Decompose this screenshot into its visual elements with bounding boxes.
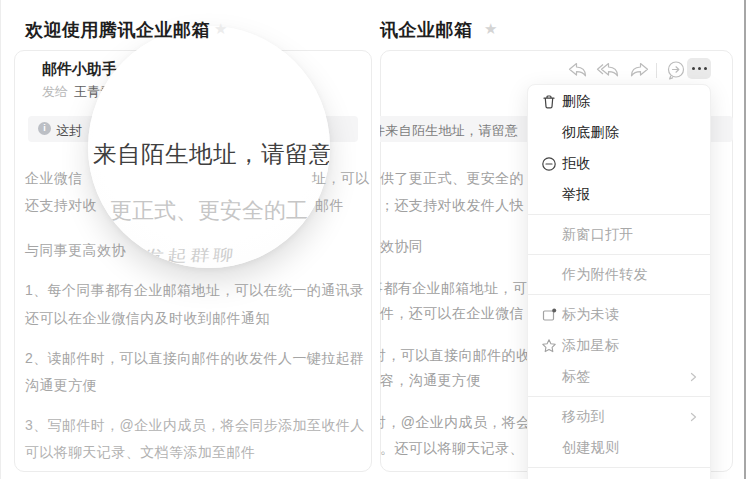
menu-item-move-to[interactable]: 移动到 (528, 401, 710, 432)
to-label: 发给 (42, 84, 68, 99)
magnifier-lens: 来自陌生地址，请留意 更正式、更安全的工 发起群聊 (88, 26, 330, 268)
body-text: 2、读邮件时，可以直接向邮件的收发件人一键拉起群 (25, 351, 364, 366)
menu-item-open-new-window[interactable]: 新窗口打开 (528, 219, 710, 250)
share-to-chat-icon[interactable] (664, 59, 688, 81)
menu-separator (528, 214, 710, 215)
body-text: 效协同 (380, 239, 423, 254)
body-text: 可以将聊天记录、文档等添加至邮件 (25, 445, 255, 460)
menu-separator (528, 396, 710, 397)
body-text: ；还支持对收发件人快 (380, 198, 524, 213)
right-pane-title: 讯企业邮箱 (380, 20, 473, 40)
context-menu: 删除 彻底删除 拒收 举报 新窗口打开 作为附件转发 标为未读 (527, 84, 711, 479)
menu-item-label[interactable]: 标签 (528, 361, 710, 392)
menu-item-delete[interactable]: 删除 (528, 86, 710, 117)
sender-name: 邮件小助手 (42, 60, 117, 79)
star-toggle-icon[interactable]: ★ (484, 21, 497, 37)
star-toggle-icon[interactable]: ★ (214, 21, 227, 37)
left-pane-title: 欢迎使用腾讯企业邮箱 (25, 20, 210, 40)
menu-item-add-star[interactable]: 添加星标 (528, 330, 710, 361)
menu-item-forward-as-attachment[interactable]: 作为附件转发 (528, 259, 710, 290)
menu-item-report[interactable]: 举报 (528, 179, 710, 210)
warning-text: 这封 (56, 122, 82, 140)
body-text: 。还可以将聊天记录、 (380, 441, 524, 456)
menu-item-delete-forever[interactable]: 彻底删除 (528, 117, 710, 148)
lens-headline-text: 来自陌生地址，请留意 (93, 138, 330, 170)
body-text: 沟通更方便 (25, 378, 97, 393)
body-text: 事都有企业邮箱地址，可 (380, 279, 550, 295)
minus-circle-icon (541, 156, 562, 172)
menu-item-reject[interactable]: 拒收 (528, 148, 710, 179)
body-text: 址，可以 (312, 171, 370, 186)
body-text: 件，还可以在企业微信 (380, 306, 524, 321)
reply-all-icon[interactable] (595, 60, 621, 80)
menu-separator (528, 254, 710, 255)
chevron-right-icon (688, 372, 698, 382)
chevron-right-icon (688, 412, 698, 422)
menu-item-translate[interactable]: 全文翻译 (528, 472, 710, 479)
forward-icon[interactable] (627, 60, 651, 80)
info-icon: i (38, 122, 51, 135)
body-text: 容，沟通更方便 (380, 373, 481, 388)
star-outline-icon (541, 338, 562, 354)
window-right-edge (744, 0, 746, 479)
reply-icon[interactable] (566, 60, 590, 80)
body-text: 时，@企业内成员，将会 (380, 413, 550, 429)
menu-separator (528, 294, 710, 295)
body-text: 邮件 (315, 198, 344, 213)
window-left-edge (0, 0, 1, 479)
menu-item-create-rule[interactable]: 创建规则 (528, 432, 710, 463)
mail-app-window: 欢迎使用腾讯企业邮箱 ★ 讯企业邮箱 ★ 邮件小助手 发给王青青 i 这封 企业… (0, 0, 750, 479)
menu-item-mark-unread[interactable]: 标为未读 (528, 299, 710, 330)
lens-subline-text: 更正式、更安全的工 (110, 196, 308, 226)
body-text: 还可以在企业微信内及时收到邮件通知 (25, 311, 270, 326)
trash-icon (541, 94, 562, 110)
body-text: 供了更正式、更安全的 (380, 171, 524, 186)
mark-unread-icon (541, 307, 562, 323)
body-text: 企业微信 (25, 171, 83, 186)
menu-separator (528, 467, 710, 468)
body-text: 还支持对收 (25, 198, 97, 213)
body-text: 1、每个同事都有企业邮箱地址，可以在统一的通讯录 (25, 283, 364, 298)
body-text: 与同事更高效协 (25, 243, 126, 258)
body-text: 时，可以直接向邮件的收 (380, 346, 550, 362)
body-text: 3、写邮件时，@企业内成员，将会同步添加至收件人 (25, 418, 365, 433)
toolbar-divider (656, 63, 657, 78)
more-actions-button[interactable] (687, 58, 711, 79)
